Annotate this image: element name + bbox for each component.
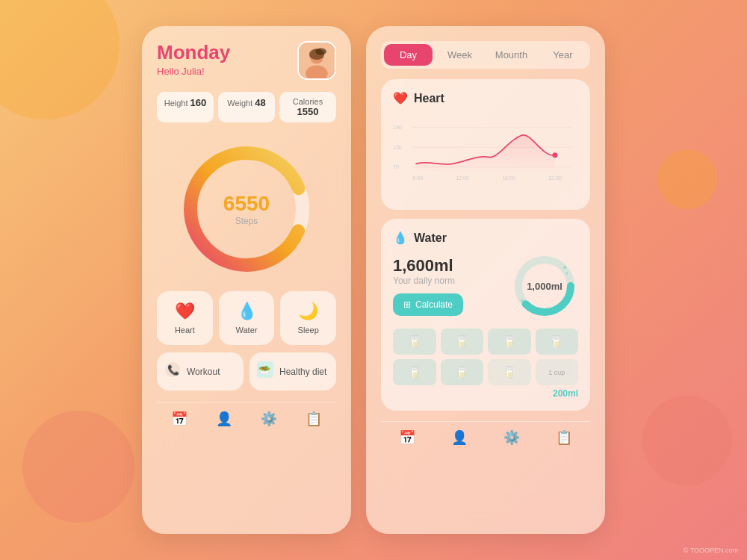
water-donut-value: 1,000ml bbox=[527, 281, 562, 292]
nav-profile-icon[interactable]: 👤 bbox=[216, 411, 232, 427]
right-nav-calendar-icon[interactable]: 📅 bbox=[399, 429, 415, 446]
healthy-diet-card[interactable]: 🥗 Healthy diet bbox=[249, 352, 336, 391]
calories-value: 1550 bbox=[297, 106, 319, 117]
workout-label: Workout bbox=[187, 367, 220, 377]
cup-7[interactable]: 🥛 bbox=[488, 359, 531, 385]
cup-label-row: 200ml bbox=[393, 388, 578, 399]
svg-text:18:00: 18:00 bbox=[502, 175, 515, 181]
heart-chart-icon: ❤️ bbox=[393, 91, 408, 105]
svg-point-24 bbox=[563, 266, 566, 269]
watermark: © TOOOPEN.com bbox=[684, 547, 738, 554]
tab-year[interactable]: Year bbox=[539, 44, 587, 66]
stats-row: Height 160 Weight 48 Calories 1550 bbox=[157, 92, 336, 122]
height-stat: Height 160 bbox=[157, 92, 214, 122]
svg-point-26 bbox=[521, 299, 524, 302]
bg-circle-1 bbox=[0, 0, 120, 119]
steps-number: 6550 bbox=[223, 192, 270, 216]
svg-text:70: 70 bbox=[393, 164, 399, 170]
cup-ml-value: 200ml bbox=[553, 388, 578, 399]
calculate-grid-icon: ⊞ bbox=[403, 299, 411, 310]
heart-label: Heart bbox=[175, 326, 195, 335]
right-nav-settings-icon[interactable]: ⚙️ bbox=[503, 429, 520, 446]
nav-calendar-icon[interactable]: 📅 bbox=[171, 411, 187, 427]
svg-text:📞: 📞 bbox=[167, 364, 180, 376]
workout-icon: 📞 bbox=[164, 361, 181, 382]
tab-day[interactable]: Day bbox=[384, 44, 433, 66]
cup-6[interactable]: 🥛 bbox=[441, 359, 484, 385]
svg-point-21 bbox=[552, 152, 557, 158]
svg-text:150: 150 bbox=[393, 145, 402, 151]
cup-3[interactable]: 🥛 bbox=[488, 329, 531, 355]
sleep-quick-card[interactable]: 🌙 Sleep bbox=[280, 291, 336, 345]
nav-settings-icon[interactable]: ⚙️ bbox=[261, 411, 277, 427]
water-donut: 1,000ml bbox=[511, 252, 578, 320]
nav-checklist-icon[interactable]: 📋 bbox=[306, 411, 322, 427]
weight-stat: Weight 48 bbox=[218, 92, 275, 122]
cup-2[interactable]: 🥛 bbox=[441, 329, 484, 355]
quick-icons-row: ❤️ Heart 💧 Water 🌙 Sleep bbox=[157, 291, 336, 345]
greeting-block: Monday Hello Julia! bbox=[157, 41, 230, 77]
svg-text:6:00: 6:00 bbox=[413, 175, 424, 181]
calories-stat: Calories 1550 bbox=[279, 92, 336, 122]
left-phone-card: Monday Hello Julia! Height 160 Weight 48 bbox=[142, 26, 351, 534]
tabs-row: Day Week Mounth Year bbox=[381, 41, 590, 69]
svg-point-4 bbox=[315, 48, 326, 55]
bg-circle-4 bbox=[657, 149, 717, 209]
cup-info: 1 cup bbox=[536, 359, 579, 385]
svg-text:190: 190 bbox=[393, 125, 402, 131]
cup-grid: 🥛 🥛 🥛 🥛 🥛 🥛 🥛 1 cup bbox=[393, 329, 578, 385]
cup-4[interactable]: 🥛 bbox=[536, 329, 579, 355]
healthy-diet-label: Healthy diet bbox=[279, 367, 326, 377]
sleep-icon: 🌙 bbox=[298, 302, 318, 321]
heart-chart-title-row: ❤️ Heart bbox=[393, 91, 578, 105]
day-label: Monday bbox=[157, 41, 230, 64]
right-nav-checklist-icon[interactable]: 📋 bbox=[556, 429, 572, 446]
calculate-label: Calculate bbox=[415, 299, 453, 310]
water-drop-icon: 💧 bbox=[237, 302, 257, 321]
cup-size-label: 1 cup bbox=[548, 369, 565, 376]
right-phone-card: Day Week Mounth Year ❤️ Heart 190 150 70 bbox=[366, 26, 605, 534]
workout-card[interactable]: 📞 Workout bbox=[157, 352, 244, 391]
svg-text:🥗: 🥗 bbox=[258, 364, 271, 376]
avatar bbox=[297, 41, 336, 80]
app-container: Monday Hello Julia! Height 160 Weight 48 bbox=[142, 26, 605, 534]
water-amount: 1,600ml bbox=[393, 256, 511, 276]
greeting-name: Hello Julia! bbox=[157, 66, 230, 77]
water-info: 1,600ml Your daily norm ⊞ Calculate bbox=[393, 256, 511, 316]
right-nav-profile-icon[interactable]: 👤 bbox=[451, 429, 468, 446]
long-cards-row: 📞 Workout 🥗 Healthy diet bbox=[157, 352, 336, 391]
svg-point-25 bbox=[566, 273, 568, 275]
heart-line-chart: 190 150 70 6:00 12:00 18:00 22:00 bbox=[393, 113, 578, 195]
weight-value: 48 bbox=[255, 97, 265, 108]
heart-chart-card: ❤️ Heart 190 150 70 6:00 12:00 18:00 22:… bbox=[381, 79, 590, 210]
water-title-row: 💧 Water bbox=[393, 231, 578, 245]
heart-quick-card[interactable]: ❤️ Heart bbox=[157, 291, 213, 345]
cup-1[interactable]: 🥛 bbox=[393, 329, 436, 355]
steps-text: 6550 Steps bbox=[223, 192, 270, 226]
cup-5[interactable]: 🥛 bbox=[393, 359, 436, 385]
heart-icon: ❤️ bbox=[175, 302, 195, 321]
water-title: Water bbox=[414, 231, 447, 245]
water-label: Water bbox=[236, 326, 258, 335]
water-quick-card[interactable]: 💧 Water bbox=[219, 291, 275, 345]
steps-label: Steps bbox=[223, 216, 270, 226]
right-bottom-nav: 📅 👤 ⚙️ 📋 bbox=[381, 421, 590, 446]
svg-text:12:00: 12:00 bbox=[456, 175, 469, 181]
bg-circle-3 bbox=[642, 396, 732, 485]
water-title-icon: 💧 bbox=[393, 231, 408, 245]
left-bottom-nav: 📅 👤 ⚙️ 📋 bbox=[157, 402, 336, 427]
steps-donut-container: 6550 Steps bbox=[157, 134, 336, 284]
water-content: 1,600ml Your daily norm ⊞ Calculate bbox=[393, 252, 578, 320]
sleep-label: Sleep bbox=[298, 326, 319, 335]
calculate-button[interactable]: ⊞ Calculate bbox=[393, 293, 463, 316]
svg-text:22:00: 22:00 bbox=[548, 175, 562, 181]
healthy-diet-icon: 🥗 bbox=[257, 361, 273, 382]
tab-week[interactable]: Week bbox=[436, 44, 484, 66]
heart-chart-title: Heart bbox=[414, 92, 444, 105]
water-card: 💧 Water 1,600ml Your daily norm ⊞ Calcul… bbox=[381, 219, 590, 411]
height-value: 160 bbox=[190, 97, 207, 108]
water-norm: Your daily norm bbox=[393, 276, 511, 286]
tab-month[interactable]: Mounth bbox=[487, 44, 536, 66]
left-header: Monday Hello Julia! bbox=[157, 41, 336, 80]
bg-circle-2 bbox=[22, 411, 134, 523]
